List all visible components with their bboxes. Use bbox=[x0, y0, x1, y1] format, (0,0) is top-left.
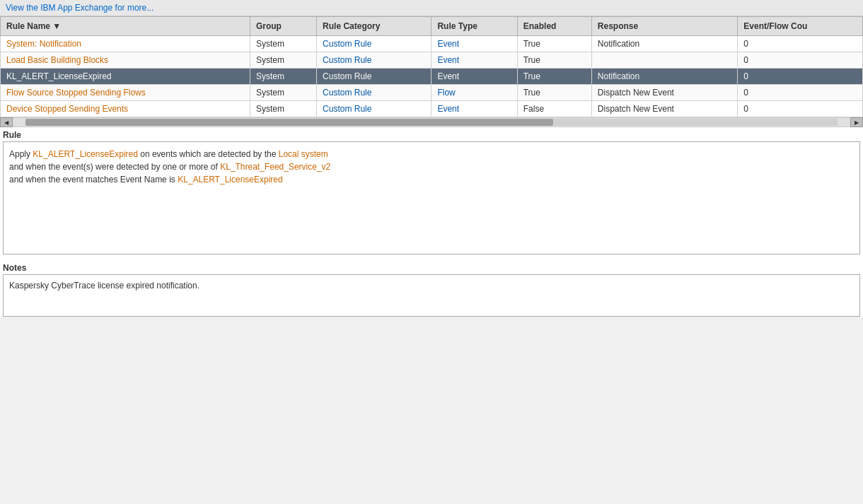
cell-rule_category: Custom Rule bbox=[317, 36, 432, 52]
cell-event_flow_count: 0 bbox=[738, 85, 863, 101]
cell-rule_type: Flow bbox=[432, 85, 517, 101]
cell-group: System bbox=[250, 69, 316, 85]
rule-text: on events which are detected by the bbox=[138, 149, 279, 159]
cell-rule_category: Custom Rule bbox=[317, 85, 432, 101]
notes-section: Notes Kaspersky CyberTrace license expir… bbox=[0, 260, 863, 317]
cell-rule_category: Custom Rule bbox=[317, 101, 432, 117]
rule-highlight: Local system bbox=[279, 149, 328, 159]
scrollbar-thumb[interactable] bbox=[25, 119, 553, 126]
cell-group: System bbox=[250, 101, 316, 117]
horizontal-scrollbar[interactable]: ◀ ▶ bbox=[0, 117, 863, 127]
table-row[interactable]: Flow Source Stopped Sending FlowsSystemC… bbox=[1, 85, 863, 101]
rule-highlight: KL_Threat_Feed_Service_v2 bbox=[220, 162, 330, 172]
cell-rule_type: Event bbox=[432, 69, 517, 85]
rule-highlight: KL_ALERT_LicenseExpired bbox=[33, 149, 138, 159]
cell-rule_category: Custom Rule bbox=[317, 69, 432, 85]
col-event-flow-count[interactable]: Event/Flow Cou bbox=[738, 17, 863, 36]
cell-rule_name[interactable]: Device Stopped Sending Events bbox=[1, 101, 250, 117]
cell-rule_name[interactable]: Load Basic Building Blocks bbox=[1, 52, 250, 69]
cell-enabled: True bbox=[517, 69, 591, 85]
table-section: Rule Name ▼ Group Rule Category Rule Typ… bbox=[0, 16, 863, 127]
table-scroll[interactable]: Rule Name ▼ Group Rule Category Rule Typ… bbox=[0, 16, 863, 117]
rule-highlight: KL_ALERT_LicenseExpired bbox=[178, 175, 283, 184]
col-response[interactable]: Response bbox=[591, 17, 737, 36]
cell-event_flow_count: 0 bbox=[738, 101, 863, 117]
cell-event_flow_count: 0 bbox=[738, 69, 863, 85]
cell-rule_name[interactable]: System: Notification bbox=[1, 36, 250, 52]
cell-group: System bbox=[250, 52, 316, 69]
notes-content: Kaspersky CyberTrace license expired not… bbox=[3, 274, 860, 317]
table-row[interactable]: System: NotificationSystemCustom RuleEve… bbox=[1, 36, 863, 52]
scrollbar-track[interactable] bbox=[25, 119, 838, 126]
col-enabled[interactable]: Enabled bbox=[517, 17, 591, 36]
cell-response: Notification bbox=[591, 36, 737, 52]
cell-enabled: False bbox=[517, 101, 591, 117]
cell-rule_category: Custom Rule bbox=[317, 52, 432, 69]
cell-rule_name[interactable]: Flow Source Stopped Sending Flows bbox=[1, 85, 250, 101]
scroll-right-arrow[interactable]: ▶ bbox=[850, 117, 863, 127]
col-rule-type[interactable]: Rule Type bbox=[432, 17, 517, 36]
cell-rule_name[interactable]: KL_ALERT_LicenseExpired bbox=[1, 69, 250, 85]
notes-label: Notes bbox=[0, 260, 863, 274]
main-container: View the IBM App Exchange for more... Ru… bbox=[0, 0, 863, 317]
cell-enabled: True bbox=[517, 52, 591, 69]
table-row[interactable]: Device Stopped Sending EventsSystemCusto… bbox=[1, 101, 863, 117]
rule-label: Rule bbox=[0, 127, 863, 141]
cell-rule_type: Event bbox=[432, 101, 517, 117]
cell-rule_type: Event bbox=[432, 36, 517, 52]
table-row[interactable]: Load Basic Building BlocksSystemCustom R… bbox=[1, 52, 863, 69]
cell-group: System bbox=[250, 36, 316, 52]
rule-content: Apply KL_ALERT_LicenseExpired on events … bbox=[3, 141, 860, 254]
cell-event_flow_count: 0 bbox=[738, 36, 863, 52]
scroll-left-arrow[interactable]: ◀ bbox=[0, 117, 13, 127]
cell-event_flow_count: 0 bbox=[738, 52, 863, 69]
table-row[interactable]: KL_ALERT_LicenseExpiredSystemCustom Rule… bbox=[1, 69, 863, 85]
rule-text: Apply bbox=[9, 149, 33, 159]
top-bar: View the IBM App Exchange for more... bbox=[0, 0, 863, 16]
cell-response bbox=[591, 52, 737, 69]
table-header-row: Rule Name ▼ Group Rule Category Rule Typ… bbox=[1, 17, 863, 36]
col-group[interactable]: Group bbox=[250, 17, 316, 36]
cell-enabled: True bbox=[517, 36, 591, 52]
cell-response: Dispatch New Event bbox=[591, 101, 737, 117]
cell-enabled: True bbox=[517, 85, 591, 101]
cell-response: Notification bbox=[591, 69, 737, 85]
cell-rule_type: Event bbox=[432, 52, 517, 69]
rule-section: Rule Apply KL_ALERT_LicenseExpired on ev… bbox=[0, 127, 863, 254]
col-rule-name[interactable]: Rule Name ▼ bbox=[1, 17, 250, 36]
cell-group: System bbox=[250, 85, 316, 101]
rules-table: Rule Name ▼ Group Rule Category Rule Typ… bbox=[0, 16, 863, 117]
ibm-exchange-link[interactable]: View the IBM App Exchange for more... bbox=[6, 3, 154, 13]
col-rule-category[interactable]: Rule Category bbox=[317, 17, 432, 36]
cell-response: Dispatch New Event bbox=[591, 85, 737, 101]
